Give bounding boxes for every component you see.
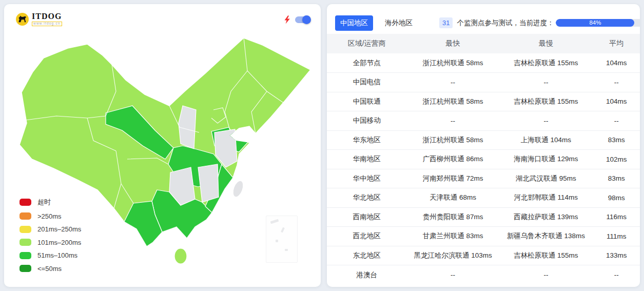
table-cell: 东北地区 xyxy=(327,246,407,265)
legend-label: 101ms–200ms xyxy=(37,239,81,246)
legend-label: 51ms–100ms xyxy=(37,251,77,259)
table-row: 华北地区天津联通 68ms河北邯郸联通 114ms98ms xyxy=(327,188,640,208)
table-row: 西南地区贵州贵阳联通 87ms西藏拉萨联通 139ms116ms xyxy=(327,207,640,227)
tab-inactive[interactable]: 海外地区 xyxy=(380,15,418,31)
table-body: 全部节点浙江杭州联通 58ms吉林松原联通 155ms104ms中国电信----… xyxy=(327,53,640,284)
table-cell: 102ms xyxy=(593,150,640,169)
table-cell: 华北地区 xyxy=(327,188,407,208)
fast-mode-toggle[interactable] xyxy=(295,16,310,23)
lightning-icon xyxy=(284,15,290,24)
map-panel: ITDOG www.itdog.cn xyxy=(4,4,321,287)
table-cell: 浙江杭州联通 58ms xyxy=(407,92,499,111)
legend-item: 101ms–200ms xyxy=(19,239,81,246)
table-cell: 中国移动 xyxy=(327,111,407,131)
table-cell: -- xyxy=(499,111,593,131)
legend-item: >250ms xyxy=(19,212,81,220)
table-row: 全部节点浙江杭州联通 58ms吉林松原联通 155ms104ms xyxy=(327,53,640,73)
legend-color-swatch xyxy=(19,212,31,220)
table-cell: -- xyxy=(499,265,593,285)
table-cell: 海南海口联通 129ms xyxy=(499,150,593,169)
table-row: 中国移动------ xyxy=(327,111,640,131)
legend-label: 超时 xyxy=(37,198,51,207)
legend-label: >250ms xyxy=(37,212,62,220)
table-cell: 吉林松原联通 155ms xyxy=(499,53,593,73)
progress-bar: 84% xyxy=(556,19,640,27)
itdog-logo[interactable]: ITDOG www.itdog.cn xyxy=(15,12,62,26)
table-cell: 黑龙江哈尔滨联通 103ms xyxy=(407,246,499,265)
table-cell: 贵州贵阳联通 87ms xyxy=(407,207,499,227)
table-header-cell: 平均 xyxy=(593,34,640,53)
legend-label: 201ms–250ms xyxy=(37,225,81,233)
map-controls xyxy=(284,15,310,24)
table-row: 东北地区黑龙江哈尔滨联通 103ms吉林松原联通 155ms133ms xyxy=(327,246,640,265)
table-cell: 中国联通 xyxy=(327,92,407,111)
table-header-cell: 最快 xyxy=(407,34,499,53)
monitor-count-badge: 31 xyxy=(439,17,453,28)
table-cell: -- xyxy=(593,73,640,92)
region-tabs: 中国地区海外地区 xyxy=(335,15,418,31)
legend-color-swatch xyxy=(19,226,31,233)
table-cell: 广西柳州联通 86ms xyxy=(407,150,499,169)
table-header-row: 区域/运营商最快最慢平均 xyxy=(327,34,640,53)
table-cell: -- xyxy=(407,111,499,131)
results-table: 区域/运营商最快最慢平均 全部节点浙江杭州联通 58ms吉林松原联通 155ms… xyxy=(327,34,640,284)
table-cell: 104ms xyxy=(593,92,640,111)
table-cell: 98ms xyxy=(593,188,640,208)
table-cell: 浙江杭州联通 58ms xyxy=(407,53,499,73)
table-cell: 83ms xyxy=(593,169,640,188)
table-cell: 湖北武汉联通 95ms xyxy=(499,169,593,188)
table-cell: 浙江杭州联通 58ms xyxy=(407,130,499,150)
table-cell: 河南郑州联通 72ms xyxy=(407,169,499,188)
table-cell: 新疆乌鲁木齐联通 138ms xyxy=(499,227,593,246)
taiwan-island xyxy=(231,180,245,198)
table-row: 中国电信------ xyxy=(327,73,640,92)
table-row: 华中地区河南郑州联通 72ms湖北武汉联通 95ms83ms xyxy=(327,169,640,188)
table-cell: 西南地区 xyxy=(327,207,407,227)
legend-color-swatch xyxy=(19,239,31,246)
toggle-knob xyxy=(302,15,311,24)
table-cell: 吉林松原联通 155ms xyxy=(499,92,593,111)
table-cell: 华中地区 xyxy=(327,169,407,188)
table-cell: 吉林松原联通 155ms xyxy=(499,246,593,265)
dog-icon xyxy=(15,12,29,26)
table-cell: 83ms xyxy=(593,130,640,150)
legend-item: 超时 xyxy=(19,198,81,207)
table-cell: 104ms xyxy=(593,53,640,73)
logo-subtitle: www.itdog.cn xyxy=(32,22,62,26)
table-cell: 116ms xyxy=(593,207,640,227)
table-cell: 133ms xyxy=(593,246,640,265)
table-cell: 天津联通 68ms xyxy=(407,188,499,208)
table-row: 西北地区甘肃兰州联通 83ms新疆乌鲁木齐联通 138ms111ms xyxy=(327,227,640,246)
results-header: 中国地区海外地区 31 个监测点参与测试，当前进度： 84% xyxy=(327,4,640,33)
table-cell: 甘肃兰州联通 83ms xyxy=(407,227,499,246)
page: ITDOG www.itdog.cn xyxy=(0,0,644,291)
legend-color-swatch xyxy=(19,265,31,272)
table-cell: -- xyxy=(407,73,499,92)
legend-item: <=50ms xyxy=(19,265,81,273)
map-header: ITDOG www.itdog.cn xyxy=(15,12,310,26)
table-cell: -- xyxy=(407,265,499,285)
status-text: 个监测点参与测试，当前进度： xyxy=(457,18,554,28)
legend-color-swatch xyxy=(19,252,31,259)
table-header-cell: 区域/运营商 xyxy=(327,34,407,53)
results-panel: 中国地区海外地区 31 个监测点参与测试，当前进度： 84% 区域/运营商最快最… xyxy=(327,4,640,287)
table-row: 中国联通浙江杭州联通 58ms吉林松原联通 155ms104ms xyxy=(327,92,640,111)
table-cell: 上海联通 104ms xyxy=(499,130,593,150)
latency-legend: 超时>250ms201ms–250ms101ms–200ms51ms–100ms… xyxy=(19,198,81,273)
tab-active[interactable]: 中国地区 xyxy=(335,15,373,31)
logo-title: ITDOG xyxy=(32,12,62,21)
legend-label: <=50ms xyxy=(37,265,62,273)
progress-percent: 84% xyxy=(589,20,601,26)
table-cell: -- xyxy=(593,111,640,131)
table-header-cell: 最慢 xyxy=(499,34,593,53)
table-cell: 河北邯郸联通 114ms xyxy=(499,188,593,208)
legend-color-swatch xyxy=(19,199,31,206)
table-row: 港澳台------ xyxy=(327,265,640,285)
table-row: 华南地区广西柳州联通 86ms海南海口联通 129ms102ms xyxy=(327,150,640,169)
hainan-island xyxy=(174,248,187,264)
progress-fill: 84% xyxy=(556,19,634,27)
table-cell: 中国电信 xyxy=(327,73,407,92)
table-cell: 华南地区 xyxy=(327,150,407,169)
table-cell: -- xyxy=(499,73,593,92)
table-cell: -- xyxy=(593,265,640,285)
